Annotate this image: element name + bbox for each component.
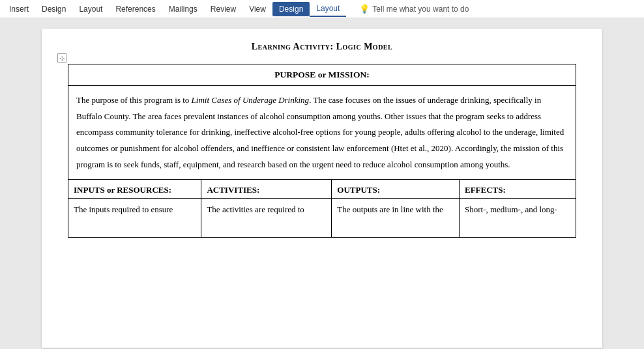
purpose-body-cell: The purpose of this program is to Limit … <box>68 86 576 180</box>
col-body-outputs: The outputs are in line with the <box>332 199 460 238</box>
purpose-italic: Limit Cases of Underage Drinking <box>192 95 310 105</box>
menu-view[interactable]: View <box>242 2 272 16</box>
document-page: Learning Activity: Logic Model ⊹ PURPOSE… <box>42 29 602 348</box>
document-title: Learning Activity: Logic Model <box>68 42 576 52</box>
tell-me-text: Tell me what you want to do <box>372 5 469 14</box>
menu-design[interactable]: Design <box>35 2 72 16</box>
col-header-outputs: OUTPUTS: <box>332 180 460 199</box>
table-wrapper: ⊹ PURPOSE or MISSION: The purpose of thi… <box>68 64 576 238</box>
col-header-inputs: INPUTS or RESOURCES: <box>68 180 201 199</box>
menu-mailings[interactable]: Mailings <box>162 2 204 16</box>
menu-review[interactable]: Review <box>204 2 242 16</box>
col-body-activities: The activities are required to <box>201 199 332 238</box>
menu-insert[interactable]: Insert <box>3 2 35 16</box>
menu-references[interactable]: References <box>109 2 162 16</box>
title-text: Learning Activity: Logic Model <box>252 42 392 51</box>
purpose-header-row: PURPOSE or MISSION: <box>68 64 576 86</box>
col-body-inputs: The inputs required to ensure <box>68 199 201 238</box>
col-header-effects: EFFECTS: <box>459 180 576 199</box>
col-body-row: The inputs required to ensure The activi… <box>68 199 576 238</box>
menu-design-tab[interactable]: Design <box>272 2 310 16</box>
lightbulb-icon: 💡 <box>359 4 370 14</box>
menu-layout[interactable]: Layout <box>72 2 109 16</box>
table-move-handle[interactable]: ⊹ <box>57 53 66 63</box>
doc-area: Learning Activity: Logic Model ⊹ PURPOSE… <box>0 18 644 349</box>
purpose-body-row: The purpose of this program is to Limit … <box>68 86 576 180</box>
menu-bar: Insert Design Layout References Mailings… <box>0 0 644 18</box>
col-header-activities: ACTIVITIES: <box>201 180 332 199</box>
menu-layout-tab[interactable]: Layout <box>310 1 346 17</box>
purpose-header-cell: PURPOSE or MISSION: <box>68 64 576 86</box>
logic-table: PURPOSE or MISSION: The purpose of this … <box>68 64 576 238</box>
col-body-effects: Short-, medium-, and long- <box>459 199 576 238</box>
tell-me-bar[interactable]: 💡 Tell me what you want to do <box>354 1 474 16</box>
col-headers-row: INPUTS or RESOURCES: ACTIVITIES: OUTPUTS… <box>68 180 576 199</box>
